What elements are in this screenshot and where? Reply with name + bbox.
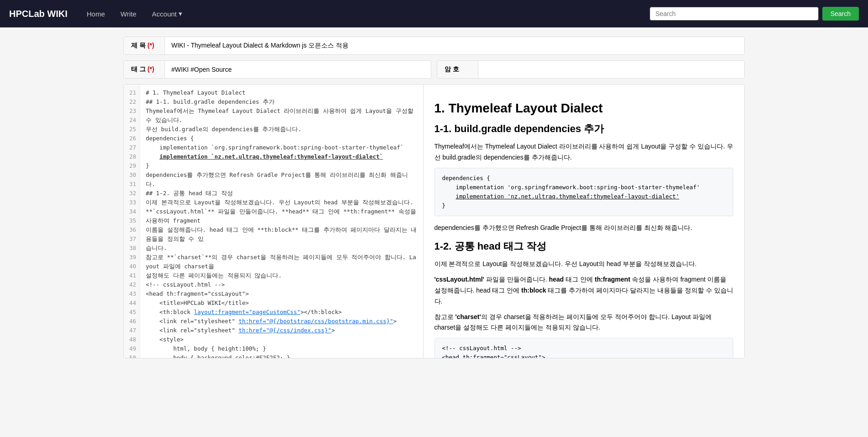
preview-charset-label: 'charset' <box>455 313 481 320</box>
preview-p2: dependencies를 추가했으면 Refresh Gradle Proje… <box>434 223 734 234</box>
password-label: 암 호 <box>437 61 478 78</box>
editor-scroll[interactable]: 2122232425262728293031323334353637383940… <box>124 85 423 358</box>
title-row: 제 목 (*) <box>123 37 745 55</box>
tag-required: (*) <box>148 65 154 73</box>
tag-label: 태 그 (*) <box>124 61 165 78</box>
preview-code1: dependencies { implementation 'org.sprin… <box>434 168 734 216</box>
search-button[interactable]: Search <box>822 7 859 21</box>
preview-p1: Thymeleaf에서는 Thymeleaf Layout Dialect 라이… <box>434 141 734 163</box>
preview-p3-2: 'cssLayout.html' 파일을 만들어줍니다. head 태그 안에 … <box>434 274 734 307</box>
search-input[interactable] <box>650 7 819 21</box>
editor-pane: 2122232425262728293031323334353637383940… <box>124 85 423 358</box>
preview-code2: <!-- cssLayout.html --> <head th:fragmen… <box>434 338 734 358</box>
title-required: (*) <box>148 42 154 49</box>
preview-pane: 1. Thymeleaf Layout Dialect 1-1. build.g… <box>423 85 745 358</box>
preview-cssLayout-label: 'cssLayout.html' <box>434 276 484 283</box>
nav-home[interactable]: Home <box>81 6 111 21</box>
navbar-brand: HPCLab WIKI <box>9 9 68 19</box>
navbar: HPCLab WIKI Home Write Account ▾ Search <box>0 0 868 27</box>
title-label: 제 목 (*) <box>124 37 165 54</box>
preview-h2-1: 1-1. build.gradle dependencies 추가 <box>434 122 734 136</box>
nav-account-label: Account <box>152 10 177 18</box>
preview-h2-2: 1-2. 공통 head 태그 작성 <box>434 240 734 253</box>
nav-write[interactable]: Write <box>115 6 142 21</box>
preview-thfragment-label: th:fragment <box>595 276 630 283</box>
tag-password-row: 태 그 (*) 암 호 <box>123 60 745 79</box>
preview-p3-1: 이제 본격적으로 Layout을 작성해보겠습니다. 우선 Layout의 he… <box>434 259 734 270</box>
tag-input[interactable] <box>165 61 431 78</box>
navbar-nav: Home Write Account ▾ <box>81 6 636 21</box>
preview-h1: 1. Thymeleaf Layout Dialect <box>434 101 734 116</box>
nav-account-dropdown[interactable]: Account ▾ <box>147 6 188 21</box>
title-input[interactable] <box>165 37 744 54</box>
search-area: Search <box>650 7 859 21</box>
tag-row: 태 그 (*) <box>123 60 431 79</box>
editor-content: 2122232425262728293031323334353637383940… <box>124 85 423 358</box>
line-numbers: 2122232425262728293031323334353637383940… <box>124 85 140 358</box>
page-content: 제 목 (*) 태 그 (*) 암 호 21222324252627282930… <box>114 37 754 358</box>
editor-container: 2122232425262728293031323334353637383940… <box>123 84 745 358</box>
preview-thblock-label: th:block <box>521 287 546 294</box>
preview-head-label: head <box>549 276 564 283</box>
preview-p3-3: 참고로 'charset'의 경우 charset을 적용하려는 페이지들에 모… <box>434 312 734 334</box>
password-row: 암 호 <box>437 60 745 79</box>
password-input[interactable] <box>478 61 744 78</box>
chevron-down-icon: ▾ <box>179 10 182 18</box>
code-area[interactable]: # 1. Thymeleaf Layout Dialect## 1-1. bui… <box>140 85 423 358</box>
